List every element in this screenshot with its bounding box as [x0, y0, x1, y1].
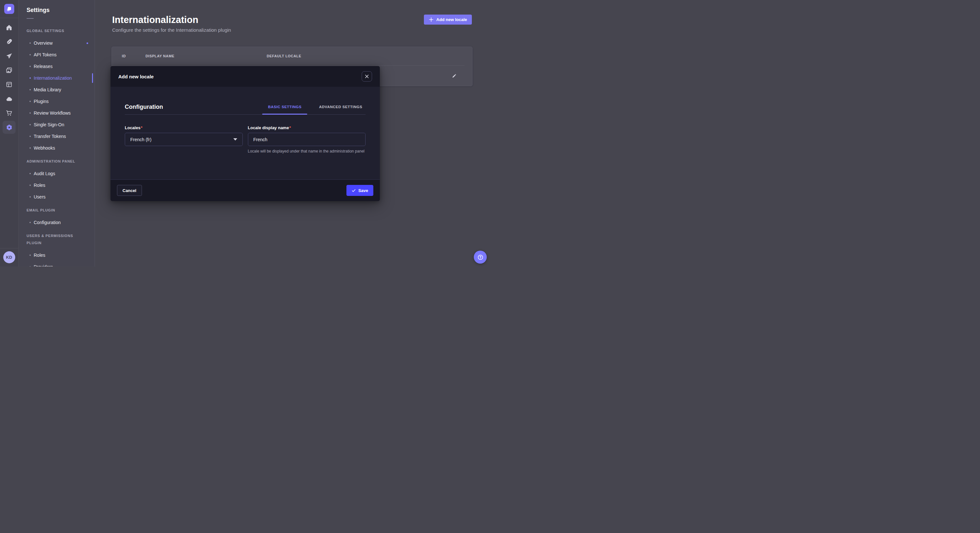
configuration-row: Configuration BASIC SETTINGS ADVANCED SE… — [125, 87, 366, 115]
sidebar-item-audit-logs[interactable]: Audit Logs — [19, 168, 95, 179]
locales-field: Locales French (fr) — [125, 125, 243, 154]
table-header-separator — [112, 65, 465, 66]
gear-icon[interactable] — [3, 121, 16, 134]
bullet-icon — [30, 43, 31, 44]
settings-sidebar: Settings GLOBAL SETTINGSOverviewAPI Toke… — [19, 0, 95, 266]
sidebar-item-label: Configuration — [34, 220, 60, 225]
modal-body: Configuration BASIC SETTINGS ADVANCED SE… — [110, 87, 380, 179]
sidebar-item-label: Media Library — [34, 87, 61, 92]
sidebar-item-label: Single Sign-On — [34, 122, 64, 127]
save-button[interactable]: Save — [347, 185, 373, 196]
sidebar-item-label: Releases — [34, 64, 52, 69]
bullet-icon — [30, 124, 31, 125]
sidebar-item-label: Roles — [34, 182, 45, 188]
sidebar-item-media-library[interactable]: Media Library — [19, 84, 95, 95]
bullet-icon — [30, 136, 31, 137]
cart-icon[interactable] — [2, 106, 16, 120]
bullet-icon — [30, 173, 31, 174]
configuration-title: Configuration — [125, 103, 163, 110]
sidebar-nav: GLOBAL SETTINGSOverviewAPI TokensRelease… — [19, 19, 95, 266]
home-icon[interactable] — [2, 21, 16, 35]
layout-icon[interactable] — [2, 78, 16, 92]
sidebar-item-transfer-tokens[interactable]: Transfer Tokens — [19, 130, 95, 142]
paper-plane-icon[interactable] — [2, 49, 16, 63]
sidebar-item-webhooks[interactable]: Webhooks — [19, 142, 95, 154]
tab-basic-settings[interactable]: BASIC SETTINGS — [265, 103, 305, 110]
close-icon[interactable] — [362, 71, 372, 82]
sidebar-item-label: Internationalization — [34, 75, 72, 81]
sidebar-item-label: Review Workflows — [34, 110, 71, 116]
sidebar-section-label: GLOBAL SETTINGS — [27, 27, 87, 34]
display-name-hint: Locale will be displayed under that name… — [248, 149, 366, 154]
check-icon — [352, 189, 356, 193]
sidebar-item-internationalization[interactable]: Internationalization — [19, 72, 95, 84]
bullet-icon — [30, 185, 31, 186]
user-avatar[interactable]: KD — [3, 251, 15, 263]
sidebar-item-api-tokens[interactable]: API Tokens — [19, 49, 95, 60]
locales-select[interactable]: French (fr) — [125, 133, 243, 146]
sidebar-section-label: ADMINISTRATION PANEL — [27, 158, 87, 165]
pencil-icon — [452, 73, 457, 79]
column-header-id: ID — [122, 47, 126, 65]
strapi-logo[interactable] — [4, 4, 14, 14]
sidebar-item-roles[interactable]: Roles — [19, 249, 95, 261]
locales-label: Locales — [125, 125, 243, 130]
bullet-icon — [30, 148, 31, 149]
question-mark-icon — [477, 254, 484, 260]
modal-header: Add new locale — [110, 66, 380, 87]
column-header-default-locale: DEFAULT LOCALE — [267, 47, 301, 65]
add-new-locale-label: Add new locale — [436, 17, 467, 22]
bullet-icon — [30, 66, 31, 67]
sidebar-item-label: Plugins — [34, 99, 49, 104]
rail-divider — [0, 248, 18, 248]
page-subtitle: Configure the settings for the Internati… — [112, 27, 472, 33]
edit-locale-button[interactable] — [449, 71, 459, 81]
icon-rail: KD — [0, 0, 19, 266]
bullet-icon — [30, 101, 31, 102]
sidebar-item-overview[interactable]: Overview — [19, 37, 95, 49]
sidebar-item-label: Transfer Tokens — [34, 134, 66, 139]
add-new-locale-button[interactable]: Add new locale — [424, 14, 472, 25]
sidebar-item-label: API Tokens — [34, 52, 57, 57]
chevron-down-icon — [233, 138, 237, 141]
cancel-button[interactable]: Cancel — [117, 185, 142, 196]
cloud-icon[interactable] — [2, 92, 16, 106]
sidebar-item-label: Users — [34, 194, 46, 200]
help-button[interactable] — [474, 251, 487, 263]
feather-icon[interactable] — [2, 35, 16, 49]
add-locale-modal: Add new locale Configuration BASIC SETTI… — [110, 66, 380, 201]
sidebar-section-label: USERS & PERMISSIONS PLUGIN — [27, 232, 87, 246]
modal-footer: Cancel Save — [110, 179, 380, 201]
sidebar-item-providers[interactable]: Providers — [19, 261, 95, 266]
sidebar-item-label: Webhooks — [34, 145, 55, 151]
sidebar-item-review-workflows[interactable]: Review Workflows — [19, 107, 95, 119]
sidebar-item-plugins[interactable]: Plugins — [19, 95, 95, 107]
required-asterisk — [290, 125, 291, 130]
sidebar-item-configuration[interactable]: Configuration — [19, 217, 95, 228]
display-name-input[interactable] — [248, 133, 366, 146]
sidebar-item-label: Overview — [34, 40, 52, 46]
sidebar-item-single-sign-on[interactable]: Single Sign-On — [19, 119, 95, 130]
page-title: Internationalization — [112, 14, 472, 25]
bullet-icon — [30, 78, 31, 79]
sidebar-item-users[interactable]: Users — [19, 191, 95, 203]
sidebar-item-releases[interactable]: Releases — [19, 60, 95, 72]
plus-icon — [429, 17, 434, 22]
sidebar-item-roles[interactable]: Roles — [19, 179, 95, 191]
page-header: Internationalization Configure the setti… — [112, 14, 472, 33]
logo-cell — [0, 0, 18, 18]
display-name-label: Locale display name — [248, 125, 366, 130]
tab-advanced-settings[interactable]: ADVANCED SETTINGS — [316, 103, 366, 110]
modal-fields: Locales French (fr) Locale display name … — [125, 125, 366, 154]
bullet-icon — [30, 254, 31, 256]
sidebar-item-label: Providers — [34, 264, 53, 266]
bullet-icon — [30, 54, 31, 56]
required-asterisk — [141, 125, 142, 130]
rail-nav — [0, 18, 18, 134]
save-label: Save — [358, 188, 368, 193]
pictures-icon[interactable] — [2, 63, 16, 78]
notification-dot — [86, 43, 88, 44]
sidebar-item-label: Roles — [34, 252, 45, 258]
sidebar-header: Settings — [19, 0, 95, 19]
sidebar-item-label: Audit Logs — [34, 171, 55, 176]
